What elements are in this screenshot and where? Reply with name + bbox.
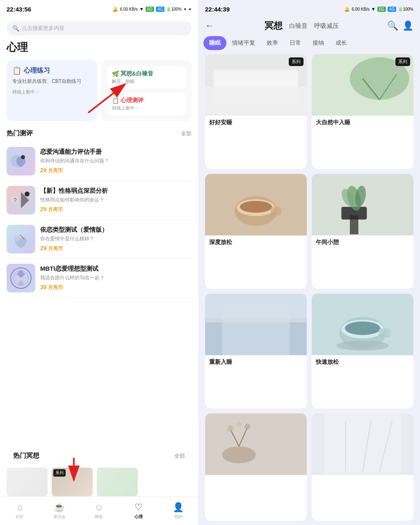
nav-label-profile: 我的 [174, 514, 183, 520]
nav-label-chat: 聊愈 [95, 514, 103, 520]
nav-label-psychology: 心理 [135, 514, 143, 520]
hot-meditation-all[interactable]: 全部 [174, 452, 185, 460]
nav-item-chat[interactable]: ☺ 聊愈 [79, 502, 119, 520]
meditation-scroll: 系列 [7, 468, 192, 496]
meditation-img-5 [205, 294, 307, 355]
assessment-icon: 📋 [112, 97, 119, 104]
svg-point-46 [227, 425, 234, 432]
cat-tab-grow[interactable]: 成长 [330, 36, 353, 50]
meditation-label-5: 重新入睡 [205, 355, 307, 369]
hot-meditation-title: 热门冥想 [13, 452, 39, 460]
test-desc-2: 性格弱点如何影响你的命运？ [40, 196, 192, 203]
feature-meditation[interactable]: 🌿 冥想&白噪音 解压、助眠 [107, 66, 186, 89]
meditation-card-1[interactable]: 系列 好好安睡 [205, 54, 307, 169]
meditation-card-5[interactable]: 重新入睡 [205, 294, 307, 409]
heart-icon: ♡ [135, 502, 143, 513]
test-desc-1: 你和伴侣的沟通存在什么问题？ [40, 158, 192, 164]
svg-point-3 [25, 192, 30, 196]
meditation-grid: 系列 好好安睡 系列 大自然中入睡 [199, 50, 420, 525]
test-price-1: 29 月亮币 [40, 167, 192, 174]
series-badge-2: 系列 [395, 57, 410, 66]
test-item[interactable]: ? 【新】性格弱点深层分析 性格弱点如何影响你的命运？ 29 月亮币 [7, 181, 192, 220]
svg-point-47 [244, 423, 250, 429]
meditation-icon: 🌿 [112, 71, 119, 77]
cat-tab-daily[interactable]: 日常 [284, 36, 307, 50]
test-unit-3: 月亮币 [48, 246, 63, 251]
test-unit-1: 月亮币 [48, 168, 63, 173]
status-bar-right: 22:44:39 🔔 6.00 KB/s ▼ 5G 4G 🔋100% [199, 0, 420, 18]
test-price-3: 29 月亮币 [40, 245, 192, 252]
nav-label-teahouse: 茶话会 [53, 514, 66, 520]
nav-item-community[interactable]: ⌂ 社区 [0, 502, 40, 520]
svg-point-1 [21, 155, 25, 159]
meditation-img-8 [312, 413, 413, 475]
hot-tests-all[interactable]: 全部 [181, 130, 192, 137]
search-icon: 🔍 [12, 25, 19, 32]
meditation-label-6: 快速放松 [312, 355, 413, 369]
meditation-label-3: 深度放松 [205, 235, 307, 249]
test-item[interactable]: 依恋类型测试（爱情版） 你在爱情中是什么模样？ 29 月亮币 [7, 220, 192, 259]
meditation-card-3[interactable]: 深度放松 [205, 174, 307, 289]
header-tab-breath[interactable]: 呼吸减压 [314, 22, 339, 30]
nav-item-psychology[interactable]: ♡ 心理 [119, 502, 159, 520]
search-icon-right[interactable]: 🔍 [387, 21, 398, 31]
test-item[interactable]: 恋爱沟通能力评估手册 你和伴侣的沟通存在什么问题？ 29 月亮币 [7, 142, 192, 181]
search-placeholder: 点击搜索更多内容 [22, 25, 64, 32]
svg-point-9 [18, 281, 23, 285]
chat-icon: ☺ [94, 502, 103, 513]
series-badge-1: 系列 [289, 57, 304, 66]
header-tab-noise[interactable]: 白噪音 [289, 22, 308, 30]
meditation-img-3 [205, 174, 307, 235]
teahouse-icon: ☕ [54, 502, 65, 513]
meditation-small-1[interactable] [7, 468, 48, 496]
test-price-4: 39 月亮币 [40, 284, 192, 291]
home-icon: ⌂ [17, 502, 23, 513]
category-tabs: 睡眠 情绪平复 效率 日常 接纳 成长 [199, 36, 420, 50]
cat-tab-accept[interactable]: 接纳 [307, 36, 330, 50]
test-name-1: 恋爱沟通能力评估手册 [40, 148, 192, 156]
svg-rect-26 [312, 174, 413, 235]
meditation-card-2[interactable]: 系列 大自然中入睡 [312, 54, 413, 169]
feature-assessment[interactable]: 📋 心理测评 持续上新中→ [107, 93, 186, 115]
meditation-card-8[interactable] [312, 413, 413, 521]
meditation-img-4 [312, 174, 413, 235]
meditation-img-2: 系列 [312, 54, 413, 116]
meditation-subtitle: 解压、助眠 [112, 78, 181, 84]
feature-card-right: 🌿 冥想&白噪音 解压、助眠 📋 心理测评 持续上新中→ [101, 60, 192, 121]
meditation-card-7[interactable] [205, 413, 307, 521]
status-icons-left: 🔔 6.00 KB/s ▼ 5G 4G 🔋100% ✦ ✦ [112, 7, 192, 12]
search-bar[interactable]: 🔍 点击搜索更多内容 [7, 21, 192, 35]
svg-rect-35 [205, 294, 307, 322]
cat-tab-emotion[interactable]: 情绪平复 [226, 36, 261, 50]
test-info-3: 依恋类型测试（爱情版） 你在爱情中是什么模样？ 29 月亮币 [40, 226, 192, 252]
meditation-title: 冥想&白噪音 [121, 70, 153, 78]
hot-tests-title: 热门测评 [7, 129, 33, 138]
svg-rect-25 [271, 207, 281, 215]
status-icons-right: 🔔 6.00 KB/s ▼ 5G 4G 🔋100% [344, 7, 413, 12]
meditation-card-4[interactable]: 午间小憩 [312, 174, 413, 289]
meditation-label-7 [205, 475, 307, 482]
right-header: ← 冥想 白噪音 呼吸减压 🔍 👤 [199, 18, 420, 36]
meditation-small-2[interactable]: 系列 [52, 468, 93, 496]
nav-item-teahouse[interactable]: ☕ 茶话会 [40, 502, 80, 520]
test-desc-4: 我适合跟什么样的Ta在一起？ [40, 274, 192, 281]
svg-rect-42 [205, 413, 307, 475]
nav-item-profile[interactable]: 👤 我的 [158, 502, 198, 520]
test-unit-4: 月亮币 [48, 285, 63, 290]
meditation-small-3[interactable] [97, 468, 138, 496]
meditation-label-1: 好好安睡 [205, 116, 307, 130]
back-icon[interactable]: ← [205, 21, 214, 31]
cat-tab-efficiency[interactable]: 效率 [261, 36, 284, 50]
feature-card-practice[interactable]: 📋 心理练习 专业社群共练营、CBT自助练习 持续上新中→ [7, 60, 97, 121]
user-icon-right[interactable]: 👤 [402, 21, 413, 31]
test-item[interactable]: MBTI恋爱理想型测试 我适合跟什么样的Ta在一起？ 39 月亮币 [7, 259, 192, 298]
test-info-4: MBTI恋爱理想型测试 我适合跟什么样的Ta在一起？ 39 月亮币 [40, 265, 192, 291]
test-list: 恋爱沟通能力评估手册 你和伴侣的沟通存在什么问题？ 29 月亮币 ? 【新】性格… [0, 142, 198, 450]
meditation-card-6[interactable]: 快速放松 [312, 294, 413, 409]
meditation-label-2: 大自然中入睡 [312, 116, 413, 130]
test-thumb-2: ? [7, 186, 35, 215]
cat-tab-sleep[interactable]: 睡眠 [203, 36, 226, 50]
practice-title: 心理练习 [24, 66, 50, 75]
right-header-icons: 🔍 👤 [387, 21, 413, 31]
status-time-left: 22:43:56 [7, 6, 31, 13]
